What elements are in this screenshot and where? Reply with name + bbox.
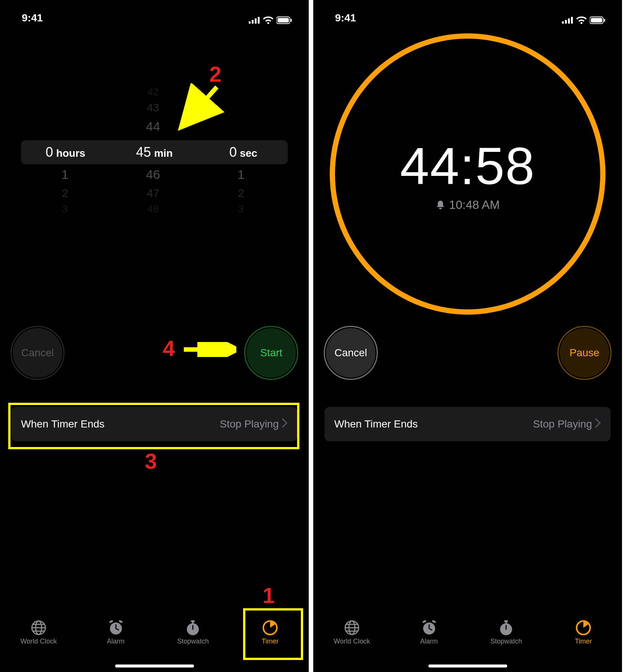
timer-icon bbox=[575, 620, 592, 636]
tab-world-clock[interactable]: World Clock bbox=[322, 620, 382, 645]
minutes-label: min bbox=[154, 147, 173, 159]
cancel-label: Cancel bbox=[334, 347, 367, 359]
battery-icon bbox=[590, 16, 605, 24]
picker-sec-below-2: 2 bbox=[197, 187, 285, 200]
chevron-right-icon bbox=[595, 418, 601, 430]
tab-label: Timer bbox=[261, 638, 278, 645]
pause-button[interactable]: Pause bbox=[560, 328, 609, 378]
countdown-end-time: 10:48 AM bbox=[436, 198, 500, 212]
tab-world-clock[interactable]: World Clock bbox=[9, 620, 69, 645]
start-button[interactable]: Start bbox=[246, 328, 296, 378]
svg-rect-17 bbox=[192, 622, 194, 624]
battery-icon bbox=[276, 16, 292, 24]
tab-stopwatch[interactable]: Stopwatch bbox=[476, 620, 536, 645]
tab-label: Stopwatch bbox=[177, 638, 209, 645]
svg-rect-13 bbox=[109, 620, 113, 623]
picker-min-above-3: 42 bbox=[109, 86, 197, 98]
pause-label: Pause bbox=[569, 347, 599, 359]
seconds-value: 0 bbox=[229, 144, 237, 160]
svg-rect-23 bbox=[568, 18, 570, 24]
picker-sec-below-1: 1 bbox=[197, 167, 285, 182]
tab-label: Alarm bbox=[420, 638, 438, 645]
tab-label: Stopwatch bbox=[490, 638, 522, 645]
start-label: Start bbox=[260, 347, 282, 359]
status-bar: 9:41 bbox=[313, 0, 622, 26]
alarm-icon bbox=[421, 620, 437, 636]
when-timer-ends-row[interactable]: When Timer Ends Stop Playing bbox=[325, 407, 611, 441]
svg-rect-24 bbox=[571, 17, 573, 24]
when-timer-ends-value: Stop Playing bbox=[220, 418, 279, 430]
timer-controls: Cancel Start bbox=[13, 325, 296, 381]
countdown-ring: 44:58 10:48 AM bbox=[330, 33, 605, 315]
phone-timer-setup: 9:41 44 4 bbox=[0, 0, 309, 672]
picker-min-below-3: 48 bbox=[109, 203, 197, 215]
globe-icon bbox=[30, 620, 47, 636]
picker-hr-below-1: 1 bbox=[21, 167, 109, 182]
cancel-label: Cancel bbox=[21, 347, 54, 359]
tab-alarm[interactable]: Alarm bbox=[86, 620, 146, 645]
annotation-number-2: 2 bbox=[209, 62, 221, 87]
picker-selected-row: 0 hours 45 min 0 sec bbox=[21, 140, 288, 164]
svg-rect-6 bbox=[291, 19, 292, 22]
cellular-icon bbox=[249, 17, 260, 24]
picker-min-above-2: 43 bbox=[109, 101, 197, 114]
hours-value: 0 bbox=[46, 144, 53, 160]
svg-rect-1 bbox=[252, 20, 254, 24]
when-timer-ends-label: When Timer Ends bbox=[21, 418, 220, 430]
tab-bar: World Clock Alarm Stopwatch Timer bbox=[0, 614, 309, 672]
picker-seconds[interactable]: 0 sec bbox=[199, 144, 288, 160]
svg-rect-14 bbox=[119, 620, 123, 623]
countdown-ring-wrap: 44:58 10:48 AM bbox=[330, 36, 605, 312]
svg-rect-35 bbox=[432, 620, 436, 623]
alarm-icon bbox=[108, 620, 124, 636]
svg-rect-26 bbox=[591, 18, 602, 22]
tab-timer[interactable]: Timer bbox=[553, 620, 613, 645]
status-icons bbox=[249, 16, 292, 24]
cancel-button[interactable]: Cancel bbox=[326, 328, 376, 378]
home-indicator[interactable] bbox=[428, 664, 507, 668]
annotation-number-4: 4 bbox=[163, 336, 175, 361]
when-timer-ends-row[interactable]: When Timer Ends Stop Playing bbox=[11, 407, 297, 441]
when-timer-ends-value: Stop Playing bbox=[533, 418, 592, 430]
svg-rect-22 bbox=[565, 20, 567, 24]
tab-alarm[interactable]: Alarm bbox=[399, 620, 459, 645]
home-indicator[interactable] bbox=[115, 664, 194, 668]
stopwatch-icon bbox=[498, 620, 514, 636]
annotation-number-3: 3 bbox=[145, 448, 157, 474]
svg-rect-0 bbox=[249, 21, 251, 24]
bell-icon bbox=[436, 200, 445, 210]
tab-stopwatch[interactable]: Stopwatch bbox=[163, 620, 223, 645]
picker-hr-below-3: 3 bbox=[21, 203, 109, 215]
picker-hours[interactable]: 0 hours bbox=[21, 144, 110, 160]
annotation-number-1: 1 bbox=[263, 583, 275, 608]
countdown-time: 44:58 bbox=[400, 136, 535, 196]
timer-controls: Cancel Pause bbox=[326, 325, 609, 381]
tab-label: Timer bbox=[575, 638, 592, 645]
stopwatch-icon bbox=[185, 620, 201, 636]
phone-timer-running: 9:41 44:58 bbox=[313, 0, 622, 672]
wifi-icon bbox=[263, 16, 273, 24]
status-bar: 9:41 bbox=[0, 0, 309, 26]
svg-rect-5 bbox=[278, 18, 289, 22]
seconds-label: sec bbox=[240, 147, 257, 159]
duration-picker[interactable]: 44 43 42 0 hours 45 min 0 sec 1 bbox=[21, 71, 288, 229]
picker-min-below-1: 46 bbox=[109, 167, 197, 182]
svg-rect-34 bbox=[422, 620, 426, 623]
end-time-text: 10:48 AM bbox=[449, 198, 500, 212]
svg-rect-38 bbox=[505, 622, 507, 624]
picker-hr-below-2: 2 bbox=[21, 187, 109, 200]
tab-label: Alarm bbox=[107, 638, 125, 645]
status-icons bbox=[562, 16, 605, 24]
picker-min-above-1: 44 bbox=[109, 119, 197, 134]
svg-rect-3 bbox=[258, 17, 260, 24]
minutes-value: 45 bbox=[136, 144, 151, 160]
wifi-icon bbox=[576, 16, 587, 24]
svg-rect-21 bbox=[562, 21, 564, 24]
tab-timer[interactable]: Timer bbox=[240, 620, 300, 645]
tab-label: World Clock bbox=[21, 638, 57, 645]
svg-rect-27 bbox=[604, 19, 605, 22]
when-timer-ends-label: When Timer Ends bbox=[334, 418, 533, 430]
tab-label: World Clock bbox=[334, 638, 370, 645]
picker-minutes[interactable]: 45 min bbox=[110, 144, 199, 160]
svg-rect-2 bbox=[255, 18, 257, 24]
